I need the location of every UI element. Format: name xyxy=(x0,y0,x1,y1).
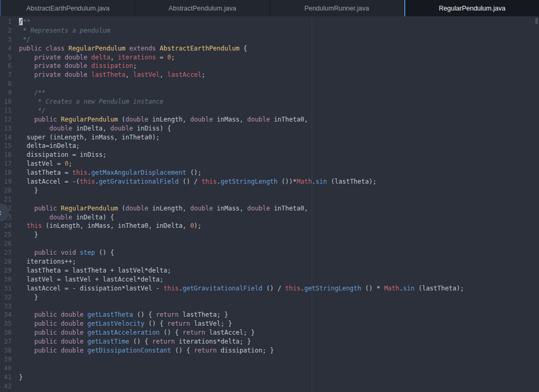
code-line-text: } xyxy=(12,373,23,382)
code-line[interactable]: 35 public double getLastVelocity () { re… xyxy=(0,319,539,328)
code-line[interactable]: 40 xyxy=(0,364,539,373)
code-line-text: lastVel = 0; xyxy=(12,159,72,168)
tab-label: PendulumRunner.java xyxy=(304,5,369,12)
code-line[interactable]: 9 /** xyxy=(0,88,539,97)
code-line-text: } xyxy=(12,186,38,195)
code-line-text: delta=inDelta; xyxy=(12,142,80,150)
code-line-text: public RegularPendulum (double inLength,… xyxy=(12,204,308,213)
code-line[interactable]: 26 xyxy=(0,239,539,248)
code-line-text xyxy=(12,382,19,391)
code-line[interactable]: 4public class RegularPendulum extends Ab… xyxy=(0,44,539,53)
code-line[interactable]: 25 } xyxy=(0,230,539,239)
code-line-text: * Creates a new Pendulum instance xyxy=(12,97,164,106)
code-line[interactable]: 10 * Creates a new Pendulum instance xyxy=(0,97,539,106)
code-line[interactable]: 23 double inDelta) { xyxy=(0,213,539,222)
line-number: 16 xyxy=(0,150,12,159)
line-number: 10 xyxy=(0,97,12,106)
line-number: 1 xyxy=(0,17,12,26)
line-number: 41 xyxy=(0,373,12,382)
line-number: 7 xyxy=(0,71,12,79)
code-line-text: lastTheta = this.getMaxAngularDisplaceme… xyxy=(12,168,202,177)
code-lines: 1/**2 * Represents a pendulum3 */4public… xyxy=(0,17,539,390)
tab-abstract-pendulum[interactable]: AbstractPendulum.java xyxy=(135,0,270,16)
code-line[interactable]: 22 public RegularPendulum (double inLeng… xyxy=(0,204,539,213)
code-line[interactable]: 13 double inDelta, double inDiss) { xyxy=(0,124,539,133)
code-line[interactable]: 24 this (inLength, inMass, inTheta0, inD… xyxy=(0,222,539,230)
code-line[interactable]: 38 public double getDissipationConstant … xyxy=(0,346,539,355)
code-line[interactable]: 34 public double getLastTheta () { retur… xyxy=(0,310,539,319)
code-line-text: */ xyxy=(12,35,31,44)
code-line[interactable]: 27 public void step () { xyxy=(0,248,539,257)
line-number: 38 xyxy=(0,346,12,355)
code-line[interactable]: 12 public RegularPendulum (double inLeng… xyxy=(0,115,539,124)
code-line[interactable]: 29 lastTheta = lastTheta + lastVel*delta… xyxy=(0,266,539,275)
code-line-text: private double delta, iterations = 0; xyxy=(12,53,175,62)
code-line-text: double inDelta, double inDiss) { xyxy=(12,124,171,133)
code-line-text: dissipation = inDiss; xyxy=(12,150,106,159)
code-line-text: lastVel = lastVel + lastAccel*delta; xyxy=(12,275,164,284)
line-number: 4 xyxy=(0,44,12,53)
code-line[interactable]: 42 xyxy=(0,382,539,391)
line-number: 35 xyxy=(0,319,12,328)
line-number: 18 xyxy=(0,168,12,177)
code-line-text: public double getLastVelocity () { retur… xyxy=(12,319,232,328)
line-number: 30 xyxy=(0,275,12,284)
line-number: 13 xyxy=(0,124,12,133)
code-line[interactable]: 17 lastVel = 0; xyxy=(0,159,539,168)
code-line[interactable]: 5 private double delta, iterations = 0; xyxy=(0,53,539,62)
line-number: 21 xyxy=(0,195,12,204)
tab-abstract-earth-pendulum[interactable]: AbstractEarthPendulum.java xyxy=(1,0,135,16)
line-number: 34 xyxy=(0,310,12,319)
code-line[interactable]: 33 xyxy=(0,302,539,311)
code-line[interactable]: 28 iterations++; xyxy=(0,257,539,266)
line-number: 24 xyxy=(0,222,12,230)
tab-pendulum-runner[interactable]: PendulumRunner.java xyxy=(270,0,404,16)
code-line[interactable]: 41} xyxy=(0,373,539,382)
tab-label: AbstractEarthPendulum.java xyxy=(26,5,109,12)
code-line[interactable]: 16 dissipation = inDiss; xyxy=(0,150,539,159)
line-number: 39 xyxy=(0,355,12,364)
code-line[interactable]: 36 public double getLastAcceleration () … xyxy=(0,328,539,337)
code-line[interactable]: 3 */ xyxy=(0,35,539,44)
line-number: 12 xyxy=(0,115,12,124)
tab-label: AbstractPendulum.java xyxy=(168,5,236,12)
line-number: 19 xyxy=(0,177,12,186)
code-line[interactable]: 32 } xyxy=(0,293,539,302)
code-line[interactable]: 21 xyxy=(0,195,539,204)
code-line[interactable]: 18 lastTheta = this.getMaxAngularDisplac… xyxy=(0,168,539,177)
code-line-text: * Represents a pendulum xyxy=(12,26,110,35)
code-line[interactable]: 15 delta=inDelta; xyxy=(0,142,539,150)
code-line-text: /** xyxy=(12,17,31,26)
code-line[interactable]: 30 lastVel = lastVel + lastAccel*delta; xyxy=(0,275,539,284)
code-editor[interactable]: 1/**2 * Represents a pendulum3 */4public… xyxy=(0,16,539,392)
line-number: 11 xyxy=(0,106,12,115)
line-number: 14 xyxy=(0,133,12,142)
line-number: 28 xyxy=(0,257,12,266)
line-number: 9 xyxy=(0,88,12,97)
code-line[interactable]: 1/** xyxy=(0,17,539,26)
code-line[interactable]: 20 } xyxy=(0,186,539,195)
tab-regular-pendulum[interactable]: RegularPendulum.java xyxy=(404,0,539,16)
code-line[interactable]: 6 private double dissipation; xyxy=(0,62,539,71)
code-line[interactable]: 11 */ xyxy=(0,106,539,115)
code-line[interactable]: 31 lastAccel = - dissipation*lastVel - t… xyxy=(0,284,539,293)
code-line[interactable]: 2 * Represents a pendulum xyxy=(0,26,539,35)
code-line[interactable]: 14 super (inLength, inMass, inTheta0); xyxy=(0,133,539,142)
line-number: 8 xyxy=(0,79,12,88)
line-number: 42 xyxy=(0,382,12,391)
code-line[interactable]: 39 xyxy=(0,355,539,364)
code-line-text: iterations++; xyxy=(12,257,76,266)
code-line-text: public RegularPendulum (double inLength,… xyxy=(12,115,308,124)
code-line-text: */ xyxy=(12,106,46,115)
code-line[interactable]: 7 private double lastTheta, lastVel, las… xyxy=(0,71,539,79)
code-line[interactable]: 37 public double getLastTime () { return… xyxy=(0,337,539,346)
tab-bar: AbstractEarthPendulum.java AbstractPendu… xyxy=(0,0,539,16)
code-line-text: /** xyxy=(12,88,46,97)
code-line[interactable]: 19 lastAccel = -(this.getGravitationalFi… xyxy=(0,177,539,186)
code-line[interactable]: 8 xyxy=(0,79,539,88)
code-line-text: public double getLastAcceleration () { r… xyxy=(12,328,255,337)
code-line-text: public class RegularPendulum extends Abs… xyxy=(12,44,247,53)
code-line-text: lastTheta = lastTheta + lastVel*delta; xyxy=(12,266,171,275)
code-line-text: public void step () { xyxy=(12,248,114,257)
vertical-scrollbar-thumb[interactable] xyxy=(535,18,538,24)
